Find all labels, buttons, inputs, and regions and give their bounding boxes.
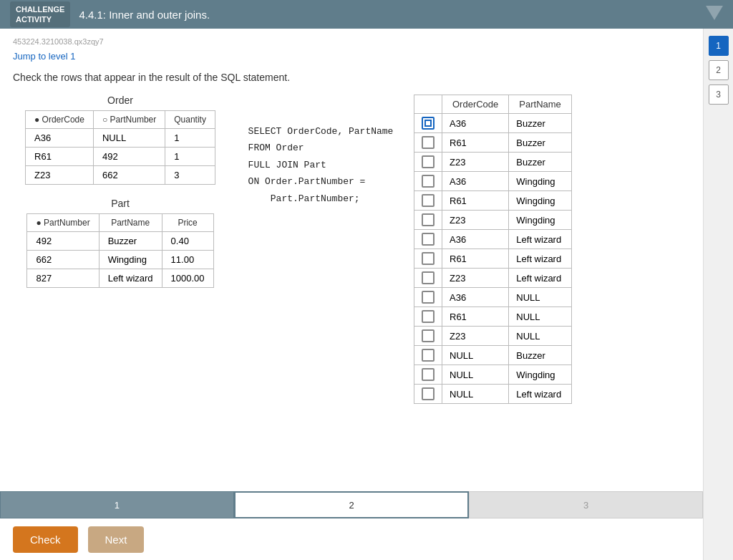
level-1-button[interactable]: 1 <box>709 36 729 56</box>
answer-checkbox-8[interactable] <box>422 271 435 284</box>
table-row: NULLLeft wizard <box>414 385 572 404</box>
progress-segment-3[interactable]: 3 <box>469 491 703 518</box>
answer-checkbox-7[interactable] <box>422 252 435 265</box>
answer-col-partname: PartName <box>509 95 572 114</box>
table-row: Z23NULL <box>414 327 572 346</box>
table-row: R61Wingding <box>414 191 572 211</box>
progress-bar: 1 2 3 <box>0 491 703 518</box>
answer-section: OrderCode PartName A36BuzzerR61BuzzerZ23… <box>414 95 572 404</box>
order-col-header-ordercode: OrderCode <box>26 111 94 129</box>
progress-segment-2[interactable]: 2 <box>234 491 470 518</box>
level-2-button[interactable]: 2 <box>709 60 729 80</box>
table-row: 662Wingding11.00 <box>27 251 213 269</box>
table-row: A36Left wizard <box>414 230 572 249</box>
content-area: Order OrderCode PartNumber Quantity A36N… <box>13 95 690 404</box>
main-content: 453224.3210038.qx3zqy7 Jump to level 1 C… <box>0 29 703 560</box>
answer-checkbox-2[interactable] <box>422 155 435 168</box>
answer-checkbox-10[interactable] <box>422 310 435 323</box>
table-row: R61Left wizard <box>414 249 572 269</box>
header-title: 4.4.1: Inner and outer joins. <box>79 9 210 21</box>
level-3-button[interactable]: 3 <box>709 85 729 105</box>
answer-checkbox-4[interactable] <box>422 194 435 207</box>
order-col-header-quantity: Quantity <box>165 111 215 129</box>
part-col-header-partname: PartName <box>99 214 162 232</box>
header: CHALLENGE ACTIVITY 4.4.1: Inner and oute… <box>0 0 733 29</box>
table-row: R614921 <box>26 148 215 166</box>
next-button[interactable]: Next <box>88 526 145 553</box>
table-row: A36NULL <box>414 288 572 307</box>
table-row: NULLWingding <box>414 365 572 385</box>
sql-statement: SELECT OrderCode, PartName FROM Order FU… <box>248 123 394 207</box>
check-button[interactable]: Check <box>13 526 78 553</box>
level-side-panel: 1 2 3 <box>703 29 733 560</box>
answer-checkbox-13[interactable] <box>422 368 435 381</box>
table-row: Z23Left wizard <box>414 269 572 288</box>
question-text: Check the rows that appear in the result… <box>13 72 690 83</box>
table-row: Z23Buzzer <box>414 153 572 172</box>
part-table: PartNumber PartName Price 492Buzzer0.406… <box>26 213 213 288</box>
challenge-badge: CHALLENGE ACTIVITY <box>10 1 70 28</box>
table-row: R61NULL <box>414 307 572 327</box>
table-row: A36Wingding <box>414 172 572 191</box>
tables-section: Order OrderCode PartNumber Quantity A36N… <box>13 95 228 404</box>
table-row: 492Buzzer0.40 <box>27 232 213 251</box>
part-col-header-price: Price <box>162 214 213 232</box>
order-table-title: Order <box>107 95 133 106</box>
session-id: 453224.3210038.qx3zqy7 <box>13 37 690 46</box>
answer-checkbox-12[interactable] <box>422 349 435 362</box>
answer-checkbox-3[interactable] <box>422 175 435 188</box>
table-row: A36Buzzer <box>414 114 572 133</box>
order-table-container: Order OrderCode PartNumber Quantity A36N… <box>13 95 228 185</box>
table-row: 827Left wizard1000.00 <box>27 269 213 288</box>
table-row: R61Buzzer <box>414 133 572 153</box>
answer-checkbox-14[interactable] <box>422 387 435 400</box>
part-table-container: Part PartNumber PartName Price 492Buzzer… <box>13 198 228 288</box>
table-row: A36NULL1 <box>26 129 215 148</box>
order-col-header-partnumber: PartNumber <box>93 111 165 129</box>
sql-section: SELECT OrderCode, PartName FROM Order FU… <box>242 95 399 404</box>
answer-col-checkbox <box>414 95 442 114</box>
answer-checkbox-1[interactable] <box>422 136 435 149</box>
progress-segment-1[interactable]: 1 <box>0 491 234 518</box>
answer-col-ordercode: OrderCode <box>442 95 509 114</box>
header-corner-decoration <box>706 6 723 23</box>
part-col-header-partnumber: PartNumber <box>27 214 99 232</box>
answer-checkbox-5[interactable] <box>422 213 435 226</box>
answer-table: OrderCode PartName A36BuzzerR61BuzzerZ23… <box>414 95 572 404</box>
bottom-buttons: Check Next <box>13 526 144 553</box>
order-table: OrderCode PartNumber Quantity A36NULL1R6… <box>25 110 215 185</box>
table-row: Z236623 <box>26 166 215 185</box>
jump-to-level-link[interactable]: Jump to level 1 <box>13 51 75 62</box>
answer-checkbox-11[interactable] <box>422 329 435 342</box>
table-row: NULLBuzzer <box>414 346 572 365</box>
answer-checkbox-0[interactable] <box>422 117 435 130</box>
part-table-title: Part <box>111 198 130 209</box>
table-row: Z23Wingding <box>414 211 572 230</box>
answer-checkbox-9[interactable] <box>422 291 435 304</box>
answer-checkbox-6[interactable] <box>422 233 435 246</box>
